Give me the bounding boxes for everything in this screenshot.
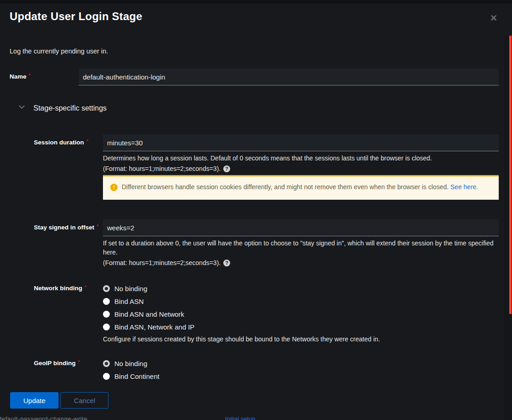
modal-footer: Update Cancel xyxy=(10,392,108,409)
stay-signed-in-offset-format-help: (Format: hours=1;minutes=2;seconds=3). ? xyxy=(103,258,499,267)
radio-option-bind-asn-network[interactable]: Bind ASN and Network xyxy=(103,309,499,319)
required-asterisk: * xyxy=(85,284,86,290)
stay-signed-in-offset-input[interactable] xyxy=(103,219,499,236)
background-text-fragment: default-password-change-write xyxy=(0,416,87,420)
network-binding-row: Network binding* No binding Bind ASN Bin… xyxy=(34,283,499,344)
required-asterisk: * xyxy=(29,73,31,78)
session-cookie-warning-alert: ! Different browsers handle session cook… xyxy=(103,175,499,200)
cancel-button[interactable]: Cancel xyxy=(60,392,108,409)
stay-signed-in-offset-row: Stay signed in offset* If set to a durat… xyxy=(34,219,499,267)
radio-option-no-binding[interactable]: No binding xyxy=(103,283,499,293)
chevron-down-icon xyxy=(18,104,25,112)
session-duration-help: Determines how long a session lasts. Def… xyxy=(103,154,499,163)
stay-signed-in-offset-label: Stay signed in offset* xyxy=(34,219,103,231)
stay-signed-in-offset-help: If set to a duration above 0, the user w… xyxy=(103,239,499,257)
geoip-binding-row: GeoIP binding* No binding Bind Continent xyxy=(34,358,499,384)
radio-icon[interactable] xyxy=(103,373,110,380)
radio-icon[interactable] xyxy=(103,298,110,305)
network-binding-options: No binding Bind ASN Bind ASN and Network… xyxy=(103,283,499,344)
stage-settings-expander[interactable]: Stage-specific settings xyxy=(18,104,107,112)
required-asterisk: * xyxy=(78,359,80,365)
geoip-binding-label: GeoIP binding* xyxy=(34,358,103,367)
page-background-edge xyxy=(0,0,512,4)
radio-option-no-binding[interactable]: No binding xyxy=(103,358,499,368)
help-circle-icon[interactable]: ? xyxy=(223,165,230,172)
warning-alert-text: Different browsers handle session cookie… xyxy=(122,182,478,192)
name-field-row: Name* xyxy=(10,69,499,85)
required-asterisk: * xyxy=(97,223,98,229)
stay-signed-in-offset-control: If set to a duration above 0, the user w… xyxy=(103,219,499,267)
help-circle-icon[interactable]: ? xyxy=(223,260,230,266)
session-duration-format-help: (Format: hours=1;minutes=2;seconds=3). ? xyxy=(103,164,499,173)
network-binding-label: Network binding* xyxy=(34,283,103,292)
name-label: Name* xyxy=(10,69,79,80)
radio-selected-icon[interactable] xyxy=(103,360,110,367)
required-asterisk: * xyxy=(86,138,88,144)
session-duration-label: Session duration* xyxy=(34,134,103,146)
radio-icon[interactable] xyxy=(103,311,110,318)
radio-option-bind-continent[interactable]: Bind Continent xyxy=(103,371,499,381)
expander-label: Stage-specific settings xyxy=(33,104,107,112)
modal-description: Log the currently pending user in. xyxy=(10,48,108,55)
network-binding-help: Configure if sessions created by this st… xyxy=(103,335,499,344)
session-duration-row: Session duration* Determines how long a … xyxy=(34,134,499,200)
name-input[interactable] xyxy=(79,69,499,85)
radio-option-bind-asn-network-ip[interactable]: Bind ASN, Network and IP xyxy=(103,322,499,332)
radio-option-bind-asn[interactable]: Bind ASN xyxy=(103,296,499,306)
background-link-fragment: Initial setup xyxy=(225,416,255,420)
update-user-login-stage-modal: Update User Login Stage ✕ Log the curren… xyxy=(0,0,512,420)
session-duration-input[interactable] xyxy=(103,134,499,151)
update-button[interactable]: Update xyxy=(10,392,59,409)
close-icon[interactable]: ✕ xyxy=(488,12,499,24)
geoip-binding-options: No binding Bind Continent xyxy=(103,358,499,384)
scrollbar-thumb[interactable] xyxy=(509,36,512,314)
see-here-link[interactable]: See here. xyxy=(450,183,478,191)
radio-icon[interactable] xyxy=(103,324,110,330)
session-duration-control: Determines how long a session lasts. Def… xyxy=(103,134,499,200)
radio-selected-icon[interactable] xyxy=(103,285,110,292)
warning-icon: ! xyxy=(110,184,118,191)
page-title: Update User Login Stage xyxy=(10,10,142,23)
